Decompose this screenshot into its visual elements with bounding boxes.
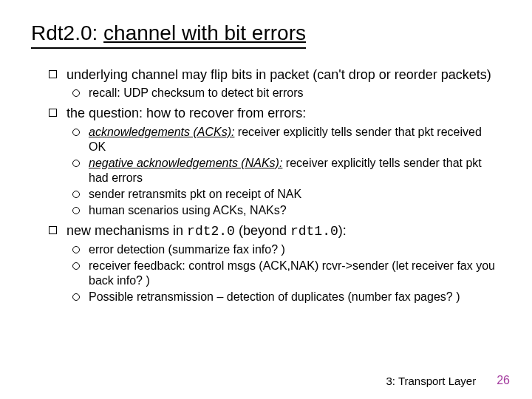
bullet-3-sub: error detection (summarize fax info? ) r…: [72, 242, 501, 304]
bullet-3-post: ):: [338, 223, 347, 238]
bullet-2-2-em: negative acknowledgements (NAKs):: [89, 157, 282, 169]
bullet-3-mid: (beyond: [235, 223, 290, 238]
bullet-2: the question: how to recover from errors…: [49, 105, 501, 218]
bullet-2-1: acknowledgements (ACKs): receiver explic…: [72, 125, 501, 154]
footer-section: 3: Transport Layer: [386, 375, 476, 387]
bullet-list: underlying channel may flip bits in pack…: [49, 66, 501, 305]
bullet-1-sub: recall: UDP checksum to detect bit error…: [72, 86, 501, 100]
footer: 3: Transport Layer 26: [386, 374, 510, 387]
slide-title: Rdt2.0: channel with bit errors: [31, 21, 306, 49]
title-main: channel with bit errors: [103, 21, 306, 44]
bullet-3-pre: new mechanisms in: [66, 223, 187, 238]
bullet-1-1: recall: UDP checksum to detect bit error…: [72, 86, 501, 100]
page-number: 26: [497, 374, 510, 387]
bullet-2-sub: acknowledgements (ACKs): receiver explic…: [72, 125, 501, 218]
bullet-3-1: error detection (summarize fax info? ): [72, 242, 501, 257]
bullet-2-2: negative acknowledgements (NAKs): receiv…: [72, 156, 501, 185]
bullet-3-mono1: rdt2.0: [187, 224, 235, 239]
title-prefix: Rdt2.0:: [31, 21, 103, 44]
bullet-2-text: the question: how to recover from errors…: [66, 106, 306, 120]
bullet-3: new mechanisms in rdt2.0 (beyond rdt1.0)…: [49, 222, 501, 305]
bullet-2-3: sender retransmits pkt on receipt of NAK: [72, 187, 501, 202]
bullet-1-text: underlying channel may flip bits in pack…: [66, 67, 491, 82]
bullet-2-4: human scenarios using ACKs, NAKs?: [72, 203, 501, 218]
bullet-3-3: Possible retransmission – detection of d…: [72, 290, 501, 304]
bullet-1: underlying channel may flip bits in pack…: [49, 66, 501, 101]
slide: Rdt2.0: channel with bit errors underlyi…: [0, 0, 532, 399]
bullet-2-1-em: acknowledgements (ACKs):: [89, 126, 234, 138]
bullet-3-mono2: rdt1.0: [290, 224, 338, 239]
bullet-3-2: receiver feedback: control msgs (ACK,NAK…: [72, 259, 501, 288]
